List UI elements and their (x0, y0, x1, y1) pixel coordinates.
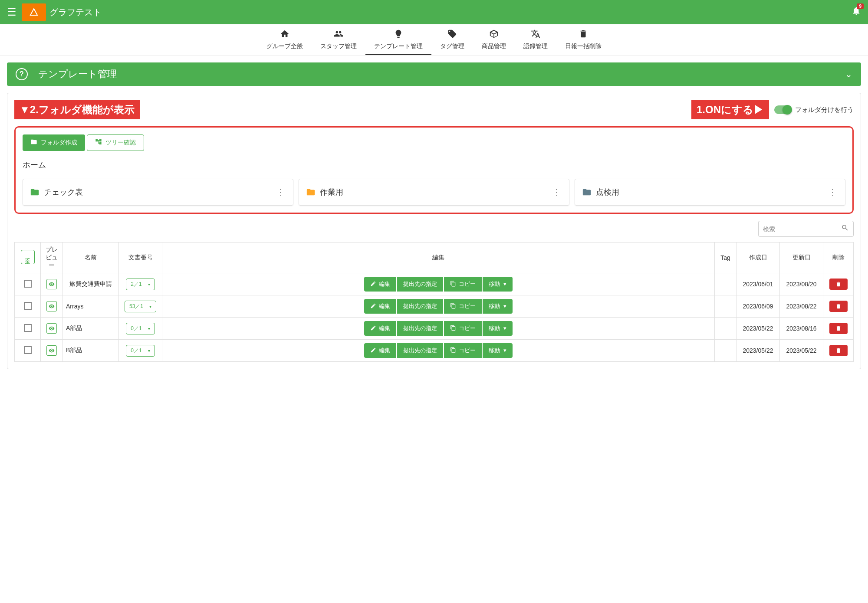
tab-tag[interactable]: タグ管理 (431, 24, 473, 55)
row-updated: 2023/05/22 (780, 340, 823, 362)
select-all-button[interactable]: 全て (21, 250, 35, 264)
people-icon (334, 29, 343, 41)
folder-toggle[interactable] (774, 105, 792, 114)
delete-button[interactable] (829, 345, 848, 356)
copy-button[interactable]: コピー (444, 299, 482, 314)
doc-number-button[interactable]: 2／1 (126, 279, 155, 290)
row-updated: 2023/08/16 (780, 318, 823, 340)
app-title: グラフテスト (49, 7, 102, 18)
search-icon[interactable] (841, 224, 849, 234)
row-tag (715, 318, 736, 340)
move-button[interactable]: 移動 ▾ (483, 277, 512, 292)
tab-label: 日報一括削除 (565, 43, 602, 50)
doc-number-button[interactable]: 0／1 (126, 323, 155, 334)
folder-menu-icon[interactable]: ⋮ (550, 187, 563, 197)
folder-name: 点検用 (596, 187, 826, 197)
tree-view-label: ツリー確認 (105, 139, 136, 147)
tab-label: テンプレート管理 (374, 43, 423, 50)
box-icon (489, 29, 499, 41)
folder-menu-icon[interactable]: ⋮ (826, 187, 839, 197)
table-row: A部品0／1編集提出先の指定コピー移動 ▾2023/05/222023/08/1… (15, 318, 854, 340)
folder-card[interactable]: 作業用 ⋮ (299, 179, 569, 206)
table-row: B部品0／1編集提出先の指定コピー移動 ▾2023/05/222023/05/2… (15, 340, 854, 362)
tab-bulk-delete[interactable]: 日報一括削除 (556, 24, 610, 55)
edit-button[interactable]: 編集 (364, 343, 396, 358)
row-tag (715, 295, 736, 318)
tab-label: タグ管理 (440, 43, 464, 50)
templates-table: 全て プレビュー 名前 文書番号 編集 Tag 作成日 更新日 削除 _旅費交通… (14, 242, 854, 362)
folder-card[interactable]: 点検用 ⋮ (575, 179, 845, 206)
move-button[interactable]: 移動 ▾ (483, 299, 512, 314)
folder-feature-box: フォルダ作成 ツリー確認 ホーム チェック表 ⋮ 作業用 ⋮ 点検用 ⋮ (14, 126, 854, 214)
folder-toolbar: フォルダ作成 ツリー確認 (23, 134, 845, 151)
folder-name: 作業用 (320, 187, 550, 197)
tag-icon (447, 29, 457, 41)
app-logo[interactable] (22, 3, 46, 21)
notification-badge: 9 (857, 3, 864, 9)
copy-button[interactable]: コピー (444, 277, 482, 292)
row-created: 2023/06/09 (736, 295, 780, 318)
edit-button[interactable]: 編集 (364, 277, 396, 292)
delete-button[interactable] (829, 323, 848, 334)
dest-button[interactable]: 提出先の指定 (397, 277, 443, 292)
menu-icon[interactable]: ☰ (7, 6, 16, 18)
row-actions: 編集提出先の指定コピー移動 ▾ (166, 277, 711, 292)
edit-button[interactable]: 編集 (364, 299, 396, 314)
move-button[interactable]: 移動 ▾ (483, 321, 512, 336)
row-checkbox[interactable] (24, 324, 32, 332)
tab-staff[interactable]: スタッフ管理 (312, 24, 365, 55)
th-preview: プレビュー (41, 243, 62, 273)
folder-menu-icon[interactable]: ⋮ (274, 187, 287, 197)
row-tag (715, 273, 736, 295)
delete-button[interactable] (829, 279, 848, 290)
create-folder-button[interactable]: フォルダ作成 (23, 134, 85, 151)
row-checkbox[interactable] (24, 346, 32, 354)
help-icon[interactable]: ? (16, 68, 28, 80)
tab-glossary[interactable]: 語録管理 (515, 24, 556, 55)
trash-icon (579, 29, 588, 41)
delete-button[interactable] (829, 301, 848, 312)
dest-button[interactable]: 提出先の指定 (397, 299, 443, 314)
folder-icon (29, 187, 40, 197)
doc-number-button[interactable]: 0／1 (126, 345, 155, 357)
doc-number-button[interactable]: 53／1 (125, 301, 156, 312)
preview-button[interactable] (46, 323, 57, 334)
folders-grid: チェック表 ⋮ 作業用 ⋮ 点検用 ⋮ (23, 179, 845, 206)
row-name: B部品 (62, 340, 119, 362)
dest-button[interactable]: 提出先の指定 (397, 321, 443, 336)
copy-button[interactable]: コピー (444, 343, 482, 358)
tab-group[interactable]: グループ全般 (258, 24, 312, 55)
row-actions: 編集提出先の指定コピー移動 ▾ (166, 343, 711, 358)
th-name: 名前 (62, 243, 119, 273)
preview-button[interactable] (46, 345, 57, 356)
tree-view-button[interactable]: ツリー確認 (87, 134, 144, 151)
search-input[interactable] (763, 226, 841, 233)
row-name: _旅費交通費申請 (62, 273, 119, 295)
dest-button[interactable]: 提出先の指定 (397, 343, 443, 358)
preview-button[interactable] (46, 279, 57, 289)
move-button[interactable]: 移動 ▾ (483, 343, 512, 358)
th-tag: Tag (715, 243, 736, 273)
notifications-button[interactable]: 9 (852, 6, 861, 18)
tab-label: 語録管理 (523, 43, 548, 50)
annotation-right: 1.ONにする▶ (691, 100, 769, 119)
annotation-row: ▼2.フォルダ機能が表示 1.ONにする▶ フォルダ分けを行う (14, 100, 854, 119)
preview-button[interactable] (46, 301, 57, 311)
breadcrumb: ホーム (23, 160, 845, 170)
folder-card[interactable]: チェック表 ⋮ (23, 179, 293, 206)
edit-button[interactable]: 編集 (364, 321, 396, 336)
tab-template[interactable]: テンプレート管理 (365, 24, 431, 55)
th-created: 作成日 (736, 243, 780, 273)
th-updated: 更新日 (780, 243, 823, 273)
row-checkbox[interactable] (24, 280, 32, 288)
section-bar[interactable]: ? テンプレート管理 ⌄ (7, 62, 861, 86)
app-header: ☰ グラフテスト 9 (0, 0, 868, 24)
row-checkbox[interactable] (24, 302, 32, 310)
row-name: A部品 (62, 318, 119, 340)
tab-product[interactable]: 商品管理 (473, 24, 515, 55)
copy-button[interactable]: コピー (444, 321, 482, 336)
create-folder-label: フォルダ作成 (41, 139, 77, 147)
table-row: _旅費交通費申請2／1編集提出先の指定コピー移動 ▾2023/06/012023… (15, 273, 854, 295)
row-created: 2023/06/01 (736, 273, 780, 295)
bulb-icon (394, 29, 403, 41)
